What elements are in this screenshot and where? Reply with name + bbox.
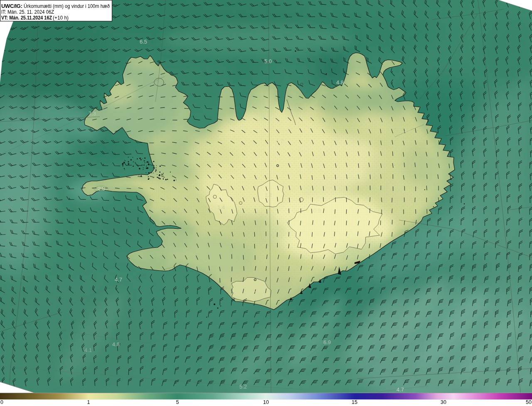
svg-text:(+10 h): (+10 h) xyxy=(53,15,69,21)
svg-text:2.8: 2.8 xyxy=(98,186,105,192)
svg-text:5.0: 5.0 xyxy=(264,58,272,64)
svg-text:VT: Mán. 25.11.2024 16Z: VT: Mán. 25.11.2024 16Z xyxy=(1,15,52,21)
svg-text:5: 5 xyxy=(176,399,179,405)
svg-text:0.8: 0.8 xyxy=(313,208,321,214)
svg-text:1: 1 xyxy=(87,399,90,405)
svg-text:1.4: 1.4 xyxy=(217,204,225,210)
svg-text:50: 50 xyxy=(526,399,532,405)
svg-text:4.7: 4.7 xyxy=(397,386,404,393)
svg-text:10: 10 xyxy=(263,399,269,405)
svg-text:30: 30 xyxy=(441,399,446,405)
svg-text:6.9: 6.9 xyxy=(323,339,331,345)
svg-text:6.5: 6.5 xyxy=(140,39,147,45)
svg-text:Úrkomumætti (mm) og vindur i 1: Úrkomumætti (mm) og vindur i 100m hæð xyxy=(24,3,110,9)
svg-text:1.1: 1.1 xyxy=(253,287,260,293)
svg-text:5.2: 5.2 xyxy=(239,384,247,390)
svg-text:1.1: 1.1 xyxy=(265,192,272,198)
svg-text:15: 15 xyxy=(352,399,357,405)
svg-text:IT: Mán. 25. 11. 2024 06Z: IT: Mán. 25. 11. 2024 06Z xyxy=(1,9,54,15)
svg-text:4.8: 4.8 xyxy=(112,341,120,347)
svg-text:1.8: 1.8 xyxy=(404,127,411,133)
svg-text:7.3: 7.3 xyxy=(89,110,96,117)
svg-text:4.1: 4.1 xyxy=(84,347,92,353)
svg-text:1.7: 1.7 xyxy=(276,139,283,144)
svg-text:4.8: 4.8 xyxy=(336,79,344,86)
svg-text:4.7: 4.7 xyxy=(115,276,122,283)
svg-text:0: 0 xyxy=(0,399,3,405)
svg-text:UWC/IG:: UWC/IG: xyxy=(1,3,22,9)
